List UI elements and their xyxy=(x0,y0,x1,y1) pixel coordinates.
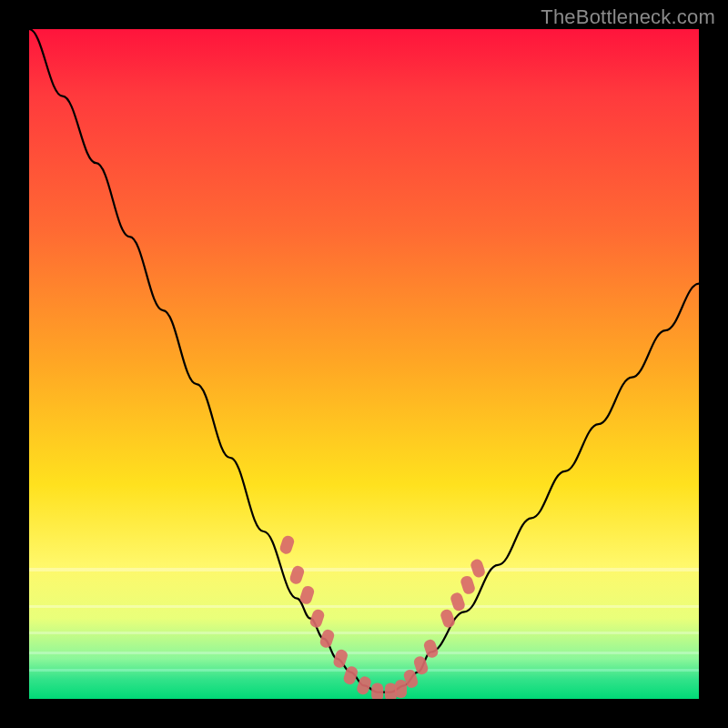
data-marker xyxy=(332,648,349,669)
chart-svg xyxy=(29,29,699,699)
curve-layer xyxy=(29,29,699,693)
data-marker xyxy=(440,608,457,629)
data-marker xyxy=(308,608,326,629)
chart-frame: TheBottleneck.com xyxy=(0,0,728,728)
data-marker xyxy=(318,628,336,649)
data-marker xyxy=(371,683,383,699)
data-marker xyxy=(422,638,440,659)
plot-area xyxy=(29,29,699,699)
data-marker xyxy=(395,680,407,698)
bottleneck-curve xyxy=(29,29,699,693)
data-marker xyxy=(278,534,296,555)
marker-layer xyxy=(278,534,486,699)
data-marker xyxy=(288,564,306,585)
data-marker xyxy=(470,558,487,579)
watermark-text: TheBottleneck.com xyxy=(541,5,715,29)
data-marker xyxy=(385,683,397,699)
data-marker xyxy=(450,592,467,612)
data-marker xyxy=(460,574,477,595)
